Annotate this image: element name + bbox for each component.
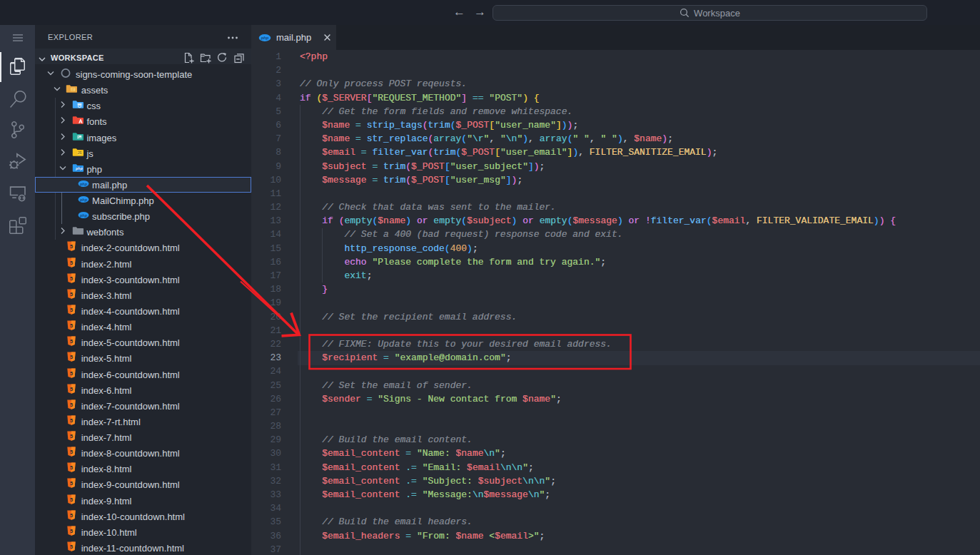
svg-text:php: php: [75, 166, 82, 170]
svg-text:5: 5: [70, 417, 73, 424]
svg-text:5: 5: [70, 449, 73, 455]
svg-text:5: 5: [70, 370, 73, 376]
svg-text:5: 5: [70, 402, 73, 408]
svg-text:5: 5: [70, 496, 73, 502]
svg-text:php: php: [261, 36, 269, 40]
svg-text:5: 5: [70, 259, 73, 265]
svg-text:5: 5: [70, 544, 73, 550]
svg-text:php: php: [79, 198, 88, 202]
svg-text:5: 5: [70, 354, 73, 360]
svg-text:php: php: [79, 181, 88, 185]
svg-text:5: 5: [70, 338, 73, 345]
svg-text:php: php: [79, 213, 88, 218]
svg-text:5: 5: [70, 322, 73, 329]
svg-text:JS: JS: [77, 151, 81, 155]
svg-text:5: 5: [70, 433, 73, 439]
svg-text:5: 5: [70, 528, 73, 534]
svg-text:5: 5: [70, 464, 73, 471]
svg-text:5: 5: [70, 480, 73, 487]
svg-text:5: 5: [70, 243, 73, 250]
svg-text:5: 5: [70, 511, 73, 518]
svg-text:5: 5: [70, 275, 73, 282]
svg-text:5: 5: [70, 291, 73, 297]
svg-text:5: 5: [70, 307, 73, 313]
svg-text:5: 5: [70, 385, 73, 392]
